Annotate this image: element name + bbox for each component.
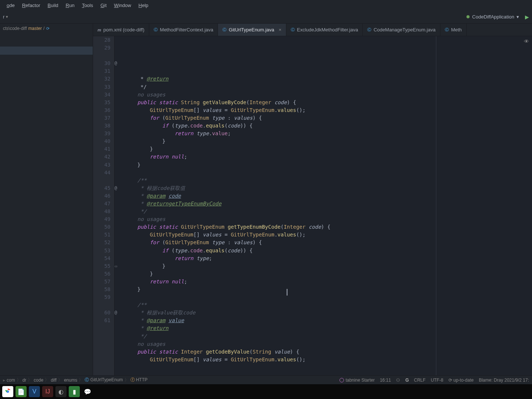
code-line[interactable]: for (GitUrlTypeEnum type : values) { bbox=[125, 239, 532, 246]
code-line[interactable] bbox=[125, 169, 532, 177]
breadcrumb-item[interactable]: com bbox=[7, 378, 15, 383]
code-line[interactable]: no usages bbox=[125, 340, 532, 348]
code-line[interactable]: return null; bbox=[125, 278, 532, 286]
breadcrumb-item[interactable]: Ⓒ GitUrlTypeEnum bbox=[85, 377, 123, 383]
menu-refactor[interactable]: Refactor bbox=[18, 1, 44, 10]
taskbar-app[interactable]: V bbox=[29, 386, 40, 397]
tab-pom-xml--code-diff-[interactable]: mpom.xml (code-diff) bbox=[93, 24, 149, 36]
line-ending[interactable]: CRLF bbox=[414, 378, 426, 383]
code-line[interactable] bbox=[125, 293, 532, 301]
code-line[interactable]: if (type.code.equals(code)) { bbox=[125, 122, 532, 130]
code-line[interactable]: for (GitUrlTypeEnum type : values) { bbox=[125, 114, 532, 122]
git-status[interactable]: ⟳ up-to-date bbox=[449, 378, 474, 383]
code-line[interactable]: no usages bbox=[125, 91, 532, 99]
code-line[interactable]: no usages bbox=[125, 215, 532, 223]
code-line[interactable]: } bbox=[125, 145, 532, 153]
toolbar-left[interactable]: r▾ bbox=[3, 14, 8, 20]
code-line[interactable]: if (type.code.equals(code)) { bbox=[125, 247, 532, 255]
code-line[interactable]: } bbox=[125, 286, 532, 293]
taskbar-app[interactable]: IJ bbox=[42, 386, 53, 397]
menu-window[interactable]: Window bbox=[110, 1, 135, 10]
code-line[interactable]: * @param code bbox=[125, 192, 532, 200]
taskbar-app[interactable]: ◐ bbox=[55, 386, 66, 397]
main-menu: odeRefactorBuildRunToolsGitWindowHelp bbox=[0, 0, 532, 10]
code-line[interactable]: public static GitUrlTypeEnum getTypeEnum… bbox=[125, 223, 532, 231]
chevron-down-icon: ▾ bbox=[6, 14, 8, 19]
code-line[interactable]: } bbox=[125, 161, 532, 169]
code-line[interactable]: * @return bbox=[125, 75, 532, 83]
tab-giturltypeenum-java[interactable]: ⒸGitUrlTypeEnum.java× bbox=[218, 24, 286, 36]
menu-help[interactable]: Help bbox=[135, 1, 152, 10]
chevron-down-icon: ▾ bbox=[516, 14, 519, 20]
code-line[interactable]: * 根据value获取code bbox=[125, 309, 532, 317]
file-encoding[interactable]: UTF-8 bbox=[431, 378, 443, 383]
tabnine-status[interactable]: tabnine Starter bbox=[340, 378, 375, 383]
git-blame[interactable]: Blame: Dray 2021/9/2 17: bbox=[479, 378, 529, 383]
code-line[interactable]: * @returngetTypeEnumByCode bbox=[125, 200, 532, 208]
tab-codemanagetypeenum-java[interactable]: ⒸCodeManageTypeEnum.java bbox=[363, 24, 440, 36]
breadcrumb-item[interactable]: dr bbox=[23, 378, 27, 383]
code-line[interactable]: return type; bbox=[125, 255, 532, 262]
breadcrumb-item[interactable]: enums bbox=[64, 378, 77, 383]
status-bar: ▸com 〉 dr 〉 code 〉 diff 〉 enums 〉 Ⓒ GitU… bbox=[0, 375, 532, 384]
code-editor[interactable]: 282930@313233343536373839404142434445@46… bbox=[93, 36, 532, 375]
inspections-eye-icon[interactable]: 👁 bbox=[524, 38, 529, 45]
taskbar-app[interactable]: ▮ bbox=[69, 386, 80, 397]
code-line[interactable]: GitUrlTypeEnum[] values = GitUrlTypeEnum… bbox=[125, 356, 532, 364]
code-line[interactable]: /** bbox=[125, 177, 532, 184]
code-line[interactable]: public static String getValueByCode(Inte… bbox=[125, 99, 532, 106]
run-button[interactable]: ▶ bbox=[525, 14, 529, 20]
field-icon: ⓕ bbox=[130, 377, 136, 382]
code-line[interactable]: } bbox=[125, 137, 532, 145]
git-branch: master bbox=[28, 26, 42, 31]
breadcrumb-item[interactable]: ⓕ HTTP bbox=[130, 377, 148, 383]
run-config-icon: ⬢ bbox=[466, 14, 470, 19]
menu-ode[interactable]: ode bbox=[3, 1, 18, 10]
run-configuration[interactable]: ⬢ CodeDiffApplication ▾ bbox=[463, 13, 522, 21]
cursor-position[interactable]: 16:11 bbox=[380, 378, 391, 383]
code-line[interactable]: } bbox=[125, 262, 532, 270]
project-sidebar: cts\code-diff master / ⟳ bbox=[0, 24, 93, 375]
menu-git[interactable]: Git bbox=[97, 1, 110, 10]
menu-tools[interactable]: Tools bbox=[78, 1, 97, 10]
class-icon: Ⓒ bbox=[154, 27, 158, 33]
close-icon[interactable]: × bbox=[279, 27, 282, 33]
tab-methodfiltercontext-java[interactable]: ⒸMethodFilterContext.java bbox=[149, 24, 218, 36]
breadcrumb-item[interactable]: code bbox=[34, 378, 43, 383]
class-icon: Ⓒ bbox=[367, 27, 371, 33]
sync-icon[interactable]: ⟳ bbox=[46, 26, 50, 31]
code-line[interactable]: GitUrlTypeEnum[] values = GitUrlTypeEnum… bbox=[125, 231, 532, 239]
taskbar-app[interactable] bbox=[2, 386, 13, 397]
toolbar: r▾ ⬢ CodeDiffApplication ▾ ▶ bbox=[0, 10, 532, 24]
code-area[interactable]: 👁 * @return */ no usages public static S… bbox=[115, 36, 532, 375]
code-line[interactable]: */ bbox=[125, 208, 532, 215]
code-line[interactable]: * @return bbox=[125, 324, 532, 332]
menu-build[interactable]: Build bbox=[44, 1, 62, 10]
code-line[interactable]: } bbox=[125, 270, 532, 278]
menu-run[interactable]: Run bbox=[62, 1, 78, 10]
breadcrumb-path[interactable]: ▸com 〉 dr 〉 code 〉 diff 〉 enums 〉 Ⓒ GitU… bbox=[3, 377, 147, 383]
tab-excludejdkmethodfilter-java[interactable]: ⒸExcludeJdkMethodFilter.java bbox=[286, 24, 363, 36]
sidebar-selected-item[interactable] bbox=[0, 47, 93, 55]
code-line[interactable]: return type.value; bbox=[125, 130, 532, 137]
code-line[interactable]: return null; bbox=[125, 153, 532, 161]
text-cursor bbox=[287, 289, 287, 296]
project-path[interactable]: cts\code-diff master / ⟳ bbox=[0, 24, 93, 33]
code-line[interactable]: GitUrlTypeEnum[] values = GitUrlTypeEnum… bbox=[125, 106, 532, 114]
taskbar-app[interactable]: 📄 bbox=[16, 386, 27, 397]
code-line[interactable]: */ bbox=[125, 332, 532, 340]
nav-dropdown[interactable]: r bbox=[3, 14, 4, 20]
code-line[interactable]: */ bbox=[125, 83, 532, 91]
breadcrumb-item[interactable]: diff bbox=[51, 378, 57, 383]
tab-meth[interactable]: ⒸMeth bbox=[440, 24, 467, 36]
ai-icon[interactable]: ⚇ bbox=[396, 378, 400, 383]
line-gutter: 282930@313233343536373839404142434445@46… bbox=[93, 36, 115, 375]
maven-icon: m bbox=[98, 28, 101, 32]
code-line[interactable]: public static Integer getCodeByValue(Str… bbox=[125, 348, 532, 356]
taskbar-app[interactable]: 💬 bbox=[82, 386, 93, 397]
os-taskbar: 📄VIJ◐▮💬 bbox=[0, 384, 532, 399]
google-icon[interactable]: G bbox=[405, 378, 409, 383]
code-line[interactable]: * 根据code获取值 bbox=[125, 184, 532, 192]
code-line[interactable]: /** bbox=[125, 301, 532, 309]
code-line[interactable]: * @param value bbox=[125, 317, 532, 324]
